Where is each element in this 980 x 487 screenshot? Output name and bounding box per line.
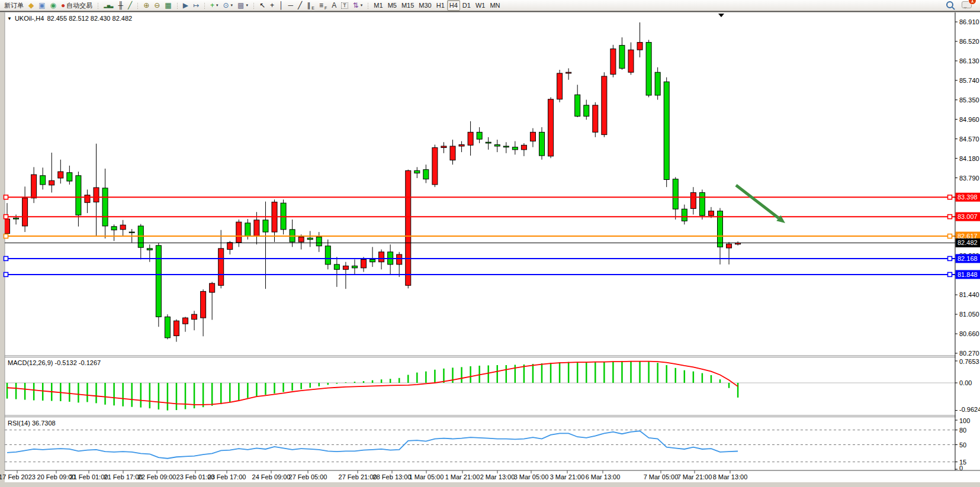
tf-w1-button-label: W1 xyxy=(475,2,486,9)
chart-canvas[interactable]: 86.91086.52086.13085.74085.35084.96084.5… xyxy=(0,0,980,487)
candlestick-chart-icon[interactable]: ╫ xyxy=(115,0,126,11)
candle-bull xyxy=(343,266,348,269)
tf-m30-button[interactable]: M30 xyxy=(416,0,433,11)
line-anchor-handle[interactable] xyxy=(4,272,8,276)
line-chart-icon[interactable]: ╱ xyxy=(126,0,134,11)
candle-bull xyxy=(31,175,37,198)
price-tick-label: 80.270 xyxy=(959,350,979,357)
crosshair-icon[interactable]: + xyxy=(268,0,277,11)
chevron-down-icon[interactable]: ▾ xyxy=(231,3,233,8)
candle-bull xyxy=(49,180,54,185)
bar-chart-icon[interactable]: ▂▅▃ xyxy=(101,0,115,11)
toolbar-right: 1 xyxy=(946,0,980,11)
text-label-icon[interactable]: T xyxy=(339,0,351,11)
candle-bull xyxy=(593,105,598,133)
fibonacci-icon[interactable]: ≡F xyxy=(317,0,329,11)
line-anchor-handle[interactable] xyxy=(4,256,8,260)
toolbar-group: ↖+│─╱∥E≡FAT⇅▾ xyxy=(257,0,365,11)
tf-h4-button[interactable]: H4 xyxy=(447,0,460,11)
search-icon[interactable] xyxy=(946,1,953,8)
candle-bear xyxy=(111,227,117,230)
signals-icon[interactable]: ◉ xyxy=(48,0,59,11)
tf-m15-button-label: M15 xyxy=(401,2,414,9)
text-icon[interactable]: A xyxy=(329,0,339,11)
candle-bull xyxy=(602,76,607,135)
line-anchor-handle[interactable] xyxy=(948,272,952,276)
toolbar-group: ⊕⊖▦ xyxy=(141,0,173,11)
tf-w1-button[interactable]: W1 xyxy=(473,0,488,11)
toolbar-grip xyxy=(136,2,139,9)
search-icon[interactable] xyxy=(946,0,953,11)
candle-bull xyxy=(459,144,464,146)
tf-mn-button[interactable]: MN xyxy=(487,0,502,11)
candle-bear xyxy=(129,232,134,233)
candle-bull xyxy=(183,318,188,324)
tf-m1-button[interactable]: M1 xyxy=(371,0,385,11)
tf-m15-button[interactable]: M15 xyxy=(399,0,416,11)
price-tick-label: 80.660 xyxy=(959,330,979,337)
templates-button[interactable]: ▩▾ xyxy=(235,0,250,11)
price-tick-label: 86.910 xyxy=(959,18,979,25)
candle-bull xyxy=(85,195,90,203)
candle-bear xyxy=(699,192,705,215)
arrows-icon[interactable]: ⇅▾ xyxy=(351,0,365,11)
tf-m1-button-label: M1 xyxy=(374,2,383,9)
candle-bear xyxy=(316,237,322,246)
autotrading-button[interactable]: ●自动交易 xyxy=(59,0,95,11)
notifications-icon[interactable]: 1 xyxy=(962,0,972,11)
trendline-icon[interactable]: ╱ xyxy=(295,0,304,11)
candle-bull xyxy=(432,148,438,185)
line-anchor-handle[interactable] xyxy=(948,256,952,260)
tf-d1-button-label: D1 xyxy=(462,2,471,9)
time-tick-label: 27 Feb 05:00 xyxy=(289,473,327,480)
macd-tick-label: -0.9624 xyxy=(959,406,980,413)
price-line-label-text: 82.482 xyxy=(957,239,978,246)
chevron-down-icon[interactable]: ▾ xyxy=(246,3,248,8)
time-tick-label: 17 Feb 2023 xyxy=(0,473,36,480)
indicators-button[interactable]: +▾ xyxy=(208,0,221,11)
candle-bull xyxy=(236,222,242,243)
candle-bear xyxy=(415,170,420,173)
market-watch-icon[interactable]: ◆ xyxy=(26,0,36,11)
chevron-down-icon[interactable]: ▾ xyxy=(216,3,219,8)
price-tick-label: 84.570 xyxy=(959,136,979,143)
tf-m5-button[interactable]: M5 xyxy=(385,0,399,11)
candle-bear xyxy=(76,176,81,215)
candle-bear xyxy=(263,220,268,232)
candle-bear xyxy=(575,95,580,116)
line-anchor-handle[interactable] xyxy=(4,215,8,219)
candle-bull xyxy=(58,172,63,178)
candle-bull xyxy=(468,132,473,145)
chevron-down-icon[interactable]: ▾ xyxy=(361,3,363,8)
time-tick-label: 3 Mar 05:00 xyxy=(514,473,549,480)
tile-windows-icon[interactable]: ▦ xyxy=(162,0,173,11)
candle-bull xyxy=(120,225,126,230)
new-order-button[interactable]: 新订单 xyxy=(2,0,26,11)
line-anchor-handle[interactable] xyxy=(4,234,8,238)
horizontal-line-icon[interactable]: ─ xyxy=(286,0,296,11)
line-anchor-handle[interactable] xyxy=(948,195,952,199)
candle-bull xyxy=(637,43,642,50)
terminal-icon[interactable]: ▣ xyxy=(36,0,47,11)
periods-button[interactable]: ⊙▾ xyxy=(221,0,236,11)
toolbar-grip xyxy=(176,2,179,9)
chart-shift-icon[interactable]: ↦ xyxy=(191,0,201,11)
tf-d1-button[interactable]: D1 xyxy=(460,0,473,11)
line-anchor-handle[interactable] xyxy=(948,215,952,219)
tf-h1-button[interactable]: H1 xyxy=(434,0,447,11)
time-tick-label: 21 Feb 01:00 xyxy=(70,473,108,480)
auto-scroll-icon[interactable]: ▶ xyxy=(181,0,191,11)
line-anchor-handle[interactable] xyxy=(948,234,952,238)
cursor-icon[interactable]: ↖ xyxy=(257,0,268,11)
line-anchor-handle[interactable] xyxy=(4,195,8,199)
candle-bear xyxy=(512,147,518,150)
zoom-out-icon[interactable]: ⊖ xyxy=(152,0,162,11)
zoom-in-icon[interactable]: ⊕ xyxy=(141,0,152,11)
candle-bear xyxy=(486,142,491,143)
vertical-line-icon[interactable]: │ xyxy=(277,0,286,11)
candle-bull xyxy=(219,249,224,285)
toolbar-grip xyxy=(367,2,369,9)
equidistant-channel-icon[interactable]: ∥E xyxy=(304,0,317,11)
price-tick-label: 86.130 xyxy=(959,57,979,64)
toolbar-grip xyxy=(252,2,255,9)
